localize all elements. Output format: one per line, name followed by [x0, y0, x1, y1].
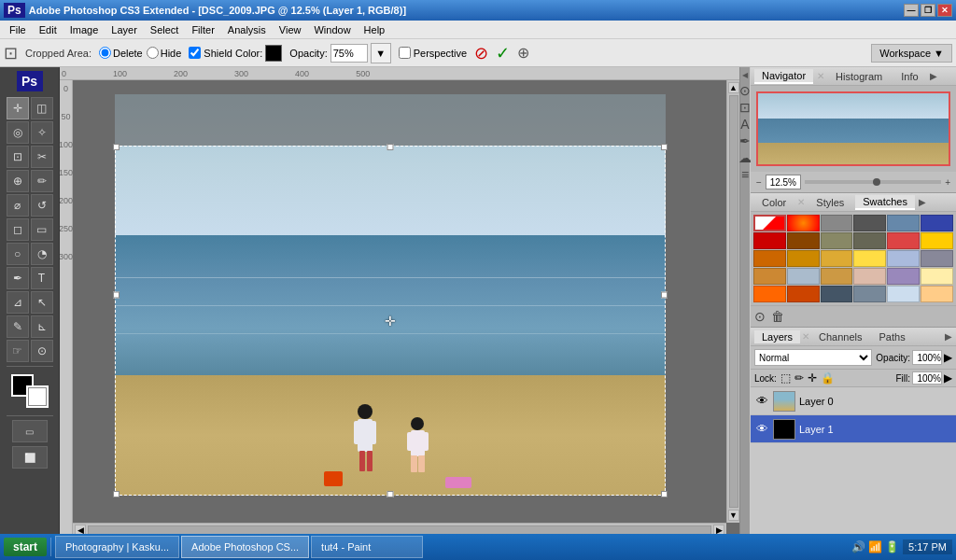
- zoom-out-icon[interactable]: −: [756, 177, 762, 188]
- magic-wand-button[interactable]: ✧: [31, 121, 53, 144]
- eraser-tool-button[interactable]: ◻: [7, 218, 29, 241]
- blur-tool-button[interactable]: ◔: [31, 243, 53, 265]
- menu-edit[interactable]: Edit: [34, 23, 63, 36]
- menu-filter[interactable]: Filter: [186, 23, 219, 36]
- navigator-thumbnail[interactable]: [756, 91, 950, 166]
- swatch-23[interactable]: [921, 268, 953, 285]
- swatch-2[interactable]: [821, 215, 853, 231]
- menu-image[interactable]: Image: [64, 23, 105, 36]
- swatch-25[interactable]: [787, 286, 820, 302]
- clone-tool-button[interactable]: ⌀: [7, 194, 29, 217]
- crop-handle-tc[interactable]: [387, 144, 394, 150]
- pen-tool-button[interactable]: ✒: [7, 267, 29, 289]
- swatch-options-icon[interactable]: ⊙: [754, 309, 766, 324]
- panel-icon-3[interactable]: A: [740, 117, 749, 132]
- blend-mode-select[interactable]: Normal Multiply Screen: [754, 349, 872, 366]
- lock-image-icon[interactable]: ✏: [794, 371, 804, 385]
- swatch-9[interactable]: [853, 232, 886, 249]
- swatch-trash-icon[interactable]: 🗑: [771, 309, 784, 324]
- lasso-tool-button[interactable]: ◎: [7, 121, 29, 144]
- swatch-3[interactable]: [853, 215, 886, 231]
- direct-select-button[interactable]: ↖: [31, 291, 53, 314]
- tab-swatches[interactable]: Swatches: [855, 195, 915, 210]
- swatch-4[interactable]: [887, 215, 920, 231]
- notes-tool-button[interactable]: ✎: [7, 315, 29, 338]
- tab-paths[interactable]: Paths: [872, 330, 913, 343]
- fill-stepper[interactable]: ▶: [944, 371, 952, 385]
- canvas-scroll-area[interactable]: ✛ ◀ ▶ ▲ ▼: [73, 80, 739, 536]
- swatch-12[interactable]: [753, 250, 786, 267]
- swatch-14[interactable]: [821, 250, 853, 267]
- navigator-panel-menu[interactable]: ▶: [930, 71, 937, 81]
- swatch-29[interactable]: [921, 286, 953, 302]
- swatch-28[interactable]: [887, 286, 920, 302]
- layer-visibility-1[interactable]: 👁: [754, 422, 769, 436]
- eyedropper-button[interactable]: ⊾: [31, 315, 53, 338]
- workspace-button[interactable]: Workspace ▼: [871, 44, 952, 63]
- swatch-15[interactable]: [853, 250, 886, 267]
- cancel-crop-button[interactable]: ⊘: [474, 43, 488, 63]
- selection-tool-button[interactable]: ◫: [31, 97, 53, 119]
- healing-tool-button[interactable]: ⊕: [7, 170, 29, 192]
- swatch-18[interactable]: [753, 268, 786, 285]
- text-tool-button[interactable]: T: [31, 267, 53, 289]
- crop-handle-br[interactable]: [661, 491, 668, 497]
- scroll-up-button[interactable]: ▲: [728, 82, 739, 93]
- swatch-0[interactable]: [753, 215, 786, 231]
- crop-handle-ml[interactable]: [113, 292, 120, 299]
- gradient-tool-button[interactable]: ▭: [31, 218, 53, 241]
- swatch-6[interactable]: [753, 232, 786, 249]
- swatch-16[interactable]: [887, 250, 920, 267]
- lock-transparent-icon[interactable]: ⬚: [780, 371, 791, 385]
- crop-handle-bc[interactable]: [387, 491, 394, 497]
- history-brush-button[interactable]: ↺: [31, 194, 53, 217]
- panel-icon-4[interactable]: ✒: [739, 133, 751, 148]
- crop-handle-tr[interactable]: [661, 144, 668, 150]
- commit-crop-button[interactable]: ✓: [496, 43, 510, 63]
- crop-tool-button[interactable]: ⊡: [7, 146, 29, 168]
- brush-tool-button[interactable]: ✏: [31, 170, 53, 192]
- crop-handle-bl[interactable]: [113, 491, 120, 497]
- app-minimize-button[interactable]: —: [904, 4, 919, 17]
- menu-help[interactable]: Help: [358, 23, 391, 36]
- fullscreen-button[interactable]: ⬜: [12, 446, 48, 469]
- menu-file[interactable]: File: [4, 23, 32, 36]
- tray-icon-2[interactable]: 📶: [868, 540, 882, 553]
- start-button[interactable]: start: [4, 538, 47, 556]
- vertical-scrollbar[interactable]: ▲ ▼: [726, 80, 739, 523]
- lock-all-icon[interactable]: 🔒: [821, 371, 835, 385]
- tab-styles[interactable]: Styles: [808, 196, 851, 209]
- layer-visibility-0[interactable]: 👁: [754, 394, 769, 408]
- swatch-22[interactable]: [887, 268, 920, 285]
- tab-channels[interactable]: Channels: [811, 330, 869, 343]
- app-restore-button[interactable]: ❐: [921, 4, 935, 17]
- menu-view[interactable]: View: [274, 23, 307, 36]
- v-scroll-thumb[interactable]: [729, 95, 738, 508]
- swatch-21[interactable]: [853, 268, 886, 285]
- crop-handle-mr[interactable]: [661, 292, 668, 299]
- move-tool-button[interactable]: ✛: [7, 97, 29, 119]
- zoom-input[interactable]: [766, 175, 801, 189]
- tab-info[interactable]: Info: [893, 70, 925, 83]
- swatch-19[interactable]: [787, 268, 820, 285]
- tray-icon-3[interactable]: 🔋: [885, 540, 899, 553]
- swatch-20[interactable]: [821, 268, 853, 285]
- crop-handle-tl[interactable]: [113, 144, 120, 150]
- layer-item-0[interactable]: 👁 Layer 0: [751, 387, 956, 415]
- swatch-17[interactable]: [921, 250, 953, 267]
- dodge-tool-button[interactable]: ○: [7, 243, 29, 265]
- zoom-slider[interactable]: [805, 180, 941, 184]
- swatch-1[interactable]: [787, 215, 820, 231]
- zoom-slider-thumb[interactable]: [873, 178, 880, 186]
- taskbar-item-0[interactable]: Photography | Kasku...: [55, 536, 179, 558]
- tray-icon-1[interactable]: 🔊: [851, 540, 865, 553]
- scroll-down-button[interactable]: ▼: [728, 510, 739, 521]
- swatch-11[interactable]: [921, 232, 953, 249]
- layer-opacity-input[interactable]: [912, 350, 942, 365]
- menu-select[interactable]: Select: [145, 23, 185, 36]
- hand-tool-button[interactable]: ☞: [7, 340, 29, 362]
- swatch-8[interactable]: [821, 232, 853, 249]
- delete-radio[interactable]: Delete: [99, 47, 143, 59]
- screen-mode-button[interactable]: ▭: [12, 420, 48, 442]
- app-close-button[interactable]: ✕: [937, 4, 952, 17]
